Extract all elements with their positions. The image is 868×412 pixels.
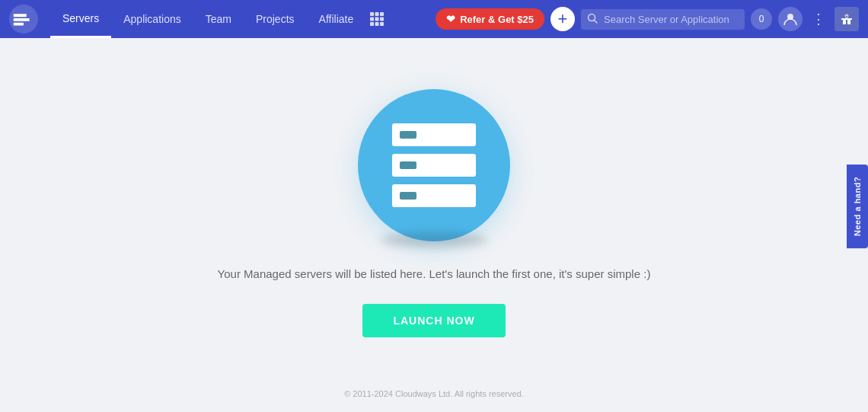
add-server-button[interactable]: + (550, 7, 575, 31)
search-input[interactable] (581, 9, 745, 30)
user-avatar[interactable] (778, 7, 803, 31)
nav-links: Servers Applications Team Projects Affil… (50, 0, 436, 38)
heart-icon: ❤ (446, 13, 455, 25)
svg-rect-12 (380, 22, 384, 26)
svg-rect-7 (370, 18, 374, 21)
nav-projects[interactable]: Projects (244, 0, 307, 38)
svg-rect-20 (847, 18, 852, 20)
svg-rect-6 (380, 12, 384, 16)
svg-rect-1 (14, 14, 27, 17)
grid-icon[interactable] (365, 12, 388, 26)
svg-rect-11 (375, 22, 379, 26)
svg-rect-2 (14, 18, 30, 21)
server-illustration (358, 89, 510, 241)
nav-applications[interactable]: Applications (111, 0, 193, 38)
svg-rect-4 (370, 12, 374, 16)
nav-team[interactable]: Team (193, 0, 244, 38)
gift-button[interactable] (834, 7, 859, 31)
logo[interactable] (9, 5, 38, 34)
svg-rect-17 (843, 20, 846, 24)
svg-rect-3 (14, 23, 24, 26)
empty-state-text: Your Managed servers will be listed here… (218, 266, 651, 283)
launch-now-button[interactable]: LAUNCH NOW (362, 304, 505, 337)
illustration-shadow (381, 232, 487, 248)
nav-affiliate[interactable]: Affiliate (307, 0, 366, 38)
main-content: Your Managed servers will be listed here… (0, 38, 868, 388)
server-stack (392, 123, 476, 207)
server-rack-2 (392, 154, 476, 177)
footer: © 2011-2024 Cloudways Ltd. All rights re… (0, 382, 868, 406)
more-options-icon[interactable]: ⋮ (809, 8, 828, 30)
svg-rect-19 (841, 18, 846, 20)
nav-servers[interactable]: Servers (50, 0, 111, 38)
search-wrapper (581, 9, 745, 30)
svg-rect-18 (847, 20, 850, 24)
server-rack-3 (392, 184, 476, 207)
svg-rect-8 (375, 18, 379, 21)
notification-badge[interactable]: 0 (751, 8, 772, 30)
svg-rect-5 (375, 12, 379, 16)
server-rack-1 (392, 123, 476, 146)
side-help-tab[interactable]: Need a hand? (847, 164, 868, 248)
svg-rect-9 (380, 18, 384, 21)
navbar-right: ❤ Refer & Get $25 + 0 ⋮ (436, 7, 859, 31)
navbar: Servers Applications Team Projects Affil… (0, 0, 868, 38)
svg-rect-10 (370, 22, 374, 26)
refer-button[interactable]: ❤ Refer & Get $25 (436, 8, 544, 30)
